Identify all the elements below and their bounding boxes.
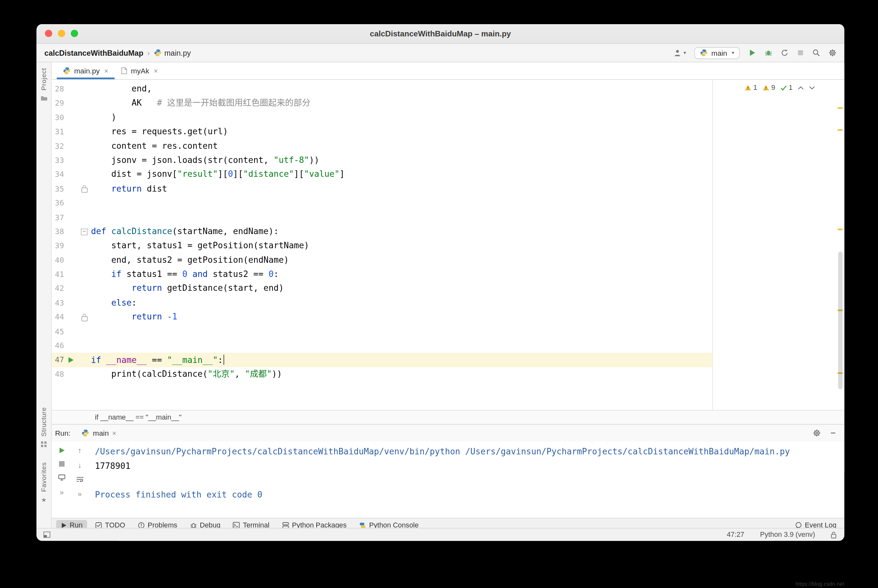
run-with-coverage-button[interactable] <box>781 49 788 57</box>
stop-button[interactable] <box>797 49 804 56</box>
fold-icon[interactable]: − <box>81 228 88 235</box>
code-line[interactable]: 43 else: <box>51 296 835 310</box>
code-line[interactable]: 28 end, <box>51 82 835 96</box>
warning-icon <box>762 84 770 91</box>
up-stack-trace-icon[interactable]: ↑ <box>78 447 81 454</box>
run-tab-main[interactable]: main × <box>77 427 121 439</box>
more-actions-icon[interactable]: » <box>60 488 64 496</box>
tab-main-py[interactable]: main.py × <box>57 63 115 79</box>
code-line[interactable]: 33 jsonv = json.loads(str(content, "utf-… <box>51 153 835 168</box>
show-console-icon[interactable] <box>58 474 66 481</box>
close-window-button[interactable] <box>45 30 53 37</box>
tool-window-layout-icon[interactable] <box>43 531 51 538</box>
stripe-warning-mark[interactable] <box>837 129 843 131</box>
code-line[interactable]: 44 return -1 <box>51 310 835 324</box>
code-text: end, status2 = getPosition(endName) <box>91 253 289 267</box>
check-icon <box>780 84 787 90</box>
stripe-warning-mark[interactable] <box>837 107 843 109</box>
user-account-icon[interactable]: ▾ <box>674 49 686 57</box>
code-text: dist = jsonv["result"][0]["distance"]["v… <box>91 168 345 182</box>
close-tab-icon[interactable]: × <box>104 67 108 75</box>
tool-window-button-favorites[interactable]: Favorites <box>40 462 48 492</box>
code-line[interactable]: 40 end, status2 = getPosition(endName) <box>51 253 835 267</box>
error-stripe[interactable] <box>836 80 844 410</box>
editor-lines: 28 end,29 AK # 这里是一开始截图用红色圈起来的部分30 )31 r… <box>51 82 835 382</box>
breadcrumb-file[interactable]: main.py <box>164 49 191 57</box>
minimize-window-button[interactable] <box>58 30 65 37</box>
tab-label: myAk <box>131 67 149 75</box>
line-number: 39 <box>51 239 64 253</box>
code-line[interactable]: 32 content = res.content <box>51 139 835 153</box>
tab-label: main.py <box>74 67 99 75</box>
code-line[interactable]: 42 return getDistance(start, end) <box>51 282 835 296</box>
watermark: https://blog.csdn.net <box>795 581 844 587</box>
run-configuration-selector[interactable]: main ▾ <box>695 47 740 59</box>
console-line: /Users/gavinsun/PycharmProjects/calcDist… <box>95 445 839 459</box>
title-bar[interactable]: calcDistanceWithBaiduMap – main.py <box>36 24 844 44</box>
tab-myak[interactable]: myAk × <box>115 63 164 79</box>
run-tab-label: main <box>93 429 109 437</box>
code-text: end, <box>91 82 152 96</box>
text-caret <box>224 355 225 365</box>
gutter-lock-icon <box>81 188 87 193</box>
breadcrumb-project[interactable]: calcDistanceWithBaiduMap <box>45 49 143 57</box>
terminal-icon <box>233 522 240 528</box>
scrollbar-thumb[interactable] <box>838 252 843 389</box>
settings-button[interactable] <box>829 49 836 57</box>
hide-tool-window-icon[interactable] <box>830 430 836 436</box>
run-console[interactable]: » ↑ ↓ » /Users/gavinsun/PycharmProjects/… <box>51 441 844 518</box>
context-bar[interactable]: if __name__ == "__main__" <box>51 410 844 424</box>
project-folder-icon[interactable] <box>40 95 48 101</box>
breadcrumb-separator: › <box>147 49 150 57</box>
run-settings-gear-icon[interactable] <box>813 429 821 436</box>
line-number: 35 <box>51 182 64 196</box>
code-editor[interactable]: 28 end,29 AK # 这里是一开始截图用红色圈起来的部分30 )31 r… <box>51 80 844 410</box>
console-line <box>95 473 839 488</box>
code-line[interactable]: 29 AK # 这里是一开始截图用红色圈起来的部分 <box>51 96 835 111</box>
close-run-tab-icon[interactable]: × <box>112 429 116 437</box>
stop-process-button[interactable] <box>59 461 65 466</box>
run-button[interactable] <box>748 49 756 57</box>
code-line[interactable]: 31 res = requests.get(url) <box>51 124 835 139</box>
down-stack-trace-icon[interactable]: ↓ <box>78 462 81 469</box>
tool-window-button-project[interactable]: Project <box>40 68 48 90</box>
code-line[interactable]: 35 return dist <box>51 182 835 196</box>
structure-icon[interactable] <box>41 441 47 448</box>
rerun-button[interactable] <box>58 447 65 454</box>
write-access-lock-icon[interactable] <box>831 531 836 538</box>
debug-button[interactable] <box>765 49 772 57</box>
code-line[interactable]: 41 if status1 == 0 and status2 == 0: <box>51 267 835 282</box>
run-label: Run: <box>55 429 71 437</box>
previous-problem-icon[interactable] <box>798 86 804 90</box>
passed-count: 1 <box>789 84 792 92</box>
run-line-icon[interactable] <box>68 357 74 363</box>
favorites-star-icon[interactable]: ★ <box>41 496 47 504</box>
caret-position[interactable]: 47:27 <box>726 531 744 538</box>
code-line[interactable]: 45 <box>51 324 835 339</box>
code-line[interactable]: 34 dist = jsonv["result"][0]["distance"]… <box>51 168 835 182</box>
search-everywhere-button[interactable] <box>812 49 820 57</box>
code-text: if __name__ == "__main__": <box>91 353 225 367</box>
code-line[interactable]: 47if __name__ == "__main__": <box>51 353 835 367</box>
code-text: def calcDistance(startName, endName): <box>91 225 279 238</box>
next-problem-icon[interactable] <box>809 86 815 90</box>
more-actions-icon[interactable]: » <box>78 490 82 498</box>
line-number: 46 <box>51 339 64 353</box>
code-line[interactable]: 38−def calcDistance(startName, endName): <box>51 225 835 238</box>
soft-wrap-icon[interactable] <box>76 476 83 482</box>
zoom-window-button[interactable] <box>71 30 78 37</box>
console-output[interactable]: /Users/gavinsun/PycharmProjects/calcDist… <box>95 445 839 502</box>
tool-window-button-structure[interactable]: Structure <box>40 407 48 436</box>
stripe-warning-mark[interactable] <box>837 229 843 230</box>
code-line[interactable]: 37 <box>51 210 835 225</box>
python-interpreter[interactable]: Python 3.9 (venv) <box>760 531 815 538</box>
code-line[interactable]: 30 ) <box>51 111 835 124</box>
code-line[interactable]: 36 <box>51 196 835 210</box>
code-line[interactable]: 48 print(calcDistance("北京", "成都")) <box>51 367 835 381</box>
close-tab-icon[interactable]: × <box>154 67 158 75</box>
file-icon <box>121 67 128 75</box>
code-line[interactable]: 39 start, status1 = getPosition(startNam… <box>51 239 835 253</box>
inspections-widget[interactable]: 1 9 1 <box>744 84 815 92</box>
line-number: 32 <box>51 139 64 153</box>
code-line[interactable]: 46 <box>51 339 835 353</box>
